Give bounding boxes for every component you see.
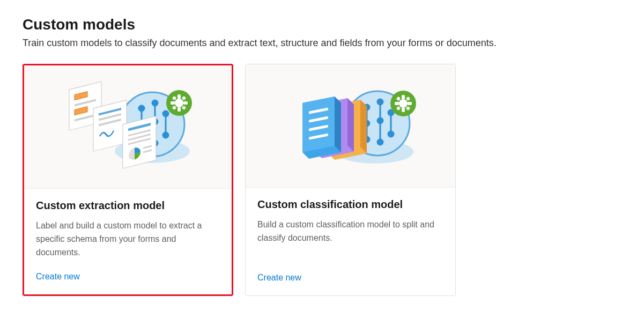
card-title: Custom classification model [257, 198, 443, 211]
card-description: Label and build a custom model to extrac… [36, 219, 220, 259]
svg-rect-60 [408, 102, 412, 105]
svg-point-13 [163, 132, 168, 138]
svg-rect-16 [177, 94, 181, 99]
section-title: Custom models [23, 16, 621, 33]
svg-rect-17 [177, 107, 181, 112]
svg-rect-59 [395, 102, 399, 105]
svg-rect-19 [183, 101, 188, 105]
section-subtitle: Train custom models to classify document… [23, 38, 621, 49]
svg-point-50 [377, 99, 383, 105]
svg-rect-29 [93, 100, 127, 151]
svg-point-9 [152, 100, 158, 106]
illustration-stack-gear-icon [246, 64, 455, 188]
svg-point-6 [139, 106, 144, 111]
card-custom-extraction[interactable]: Custom extraction model Label and build … [23, 64, 233, 296]
card-description: Build a custom classification model to s… [257, 218, 443, 260]
svg-rect-18 [171, 101, 175, 105]
svg-point-51 [377, 118, 383, 123]
svg-point-56 [399, 99, 408, 108]
illustration-documents-gear-icon [24, 65, 232, 189]
card-title: Custom extraction model [36, 199, 220, 212]
create-new-link[interactable]: Create new [257, 273, 301, 283]
create-new-link[interactable]: Create new [36, 272, 80, 282]
svg-point-54 [388, 131, 394, 137]
cards-row: Custom extraction model Label and build … [23, 64, 621, 296]
svg-point-12 [163, 111, 168, 116]
card-custom-classification[interactable]: Custom classification model Build a cust… [245, 64, 456, 296]
svg-rect-58 [402, 108, 405, 112]
svg-point-52 [377, 139, 383, 145]
svg-rect-57 [402, 95, 405, 99]
svg-point-15 [175, 99, 183, 107]
